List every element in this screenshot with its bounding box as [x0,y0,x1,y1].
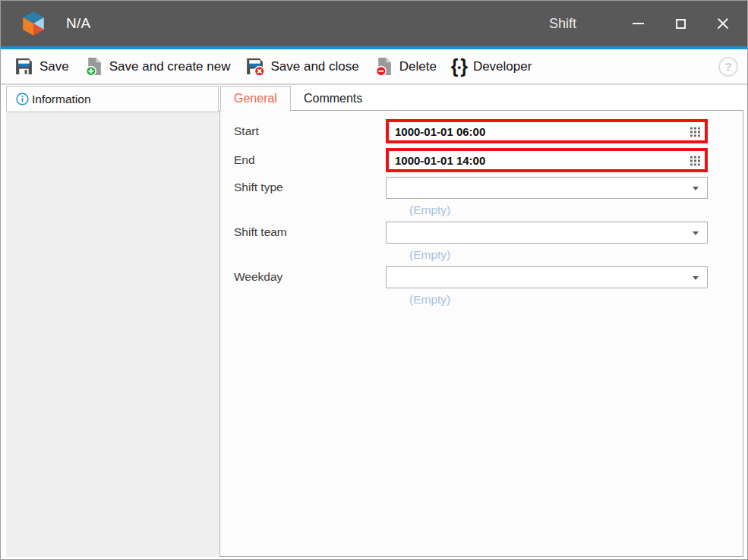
maximize-button[interactable] [659,1,702,46]
tab-general[interactable]: General [220,86,291,111]
save-button[interactable]: Save [8,53,74,80]
window-document-title: N/A [66,1,91,46]
document-minus-icon [374,56,394,77]
delete-button[interactable]: Delete [368,53,442,80]
help-button[interactable]: ? [718,57,738,77]
toolbar-separator [1,83,748,85]
shift-type-label: Shift type [234,181,283,194]
general-tab-panel: Start 1000-01-01 06:00 End 1000-01-01 14… [219,110,743,557]
shift-type-dropdown[interactable] [386,177,708,199]
close-icon [717,17,729,30]
save-and-create-new-button-label: Save and create new [109,59,231,74]
close-button[interactable] [702,1,744,46]
shift-team-dropdown[interactable] [386,222,708,244]
tab-comments-label: Comments [304,92,362,105]
weekday-dropdown[interactable] [386,266,708,288]
developer-button-label: Developer [473,59,532,74]
chevron-down-icon [693,276,699,280]
end-value: 1000-01-01 14:00 [389,154,485,167]
app-logo-icon [19,9,48,38]
minimize-icon [633,23,644,24]
save-and-close-button[interactable]: Save and close [239,53,364,80]
weekday-empty-hint: (Empty) [409,293,450,307]
tab-strip: General Comments [220,86,375,111]
floppy-close-icon [245,56,265,77]
sidebar-panel [6,112,219,557]
start-datetime-field[interactable]: 1000-01-01 06:00 [386,119,708,143]
save-and-close-button-label: Save and close [270,59,358,74]
end-label: End [234,153,255,167]
save-button-label: Save [39,59,69,74]
start-value: 1000-01-01 06:00 [389,125,485,138]
maximize-icon [676,19,686,29]
help-icon: ? [724,60,731,73]
shift-type-empty-hint: (Empty) [409,203,450,217]
start-label: Start [234,124,259,138]
document-plus-icon [84,56,104,77]
titlebar: N/A Shift [1,1,748,46]
datetime-picker-grid-icon[interactable] [690,127,700,137]
delete-button-label: Delete [399,59,437,74]
datetime-picker-grid-icon[interactable] [690,156,700,165]
end-datetime-field[interactable]: 1000-01-01 14:00 [386,148,708,172]
shift-editor-window: N/A Shift [0,0,748,560]
shift-team-empty-hint: (Empty) [409,248,450,262]
chevron-down-icon [693,231,699,235]
save-and-create-new-button[interactable]: Save and create new [78,53,236,80]
minimize-button[interactable] [617,1,659,46]
sidebar-item-label: Information [32,93,91,106]
weekday-label: Weekday [234,270,282,284]
info-icon [16,93,29,105]
window-entity-title: Shift [549,1,576,46]
code-braces-icon: {•} [451,57,468,76]
tab-comments[interactable]: Comments [291,86,375,111]
window-controls [617,1,744,46]
chevron-down-icon [693,187,699,190]
sidebar-item-information[interactable]: Information [6,86,219,112]
developer-button[interactable]: {•} Developer [446,54,538,79]
shift-team-label: Shift team [234,225,287,239]
tab-general-label: General [234,92,277,105]
toolbar: Save Save and create new [1,49,748,83]
save-floppy-icon [14,56,34,77]
